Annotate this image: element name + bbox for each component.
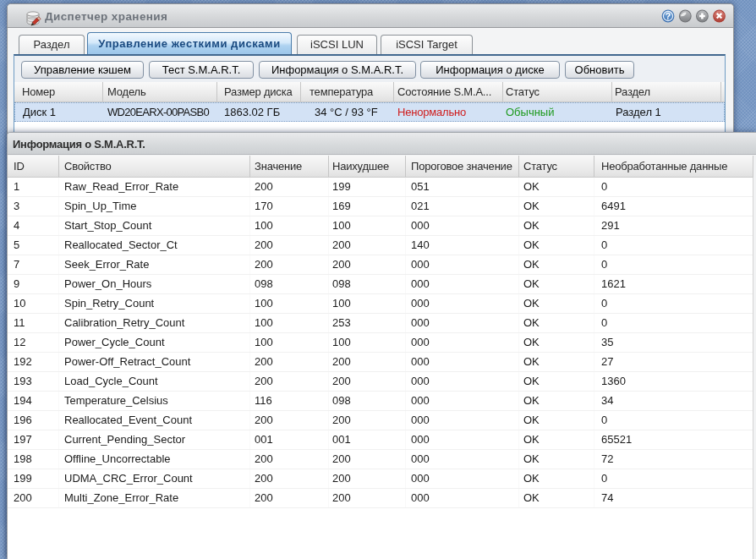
svg-text:?: ? [666,11,671,21]
